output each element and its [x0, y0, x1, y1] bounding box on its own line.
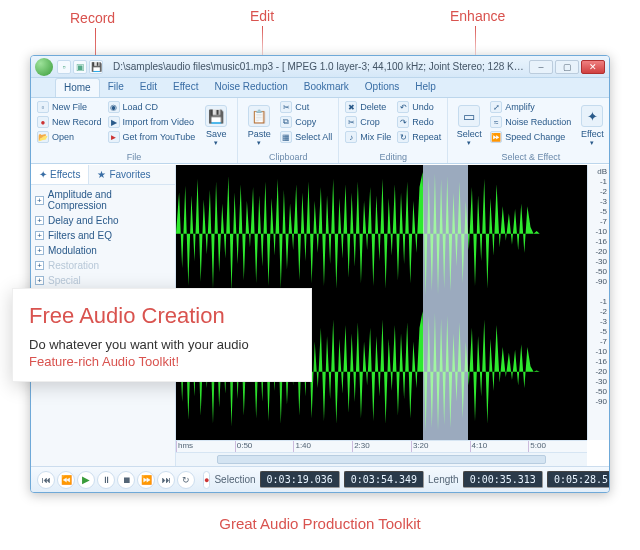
stop-button[interactable]: ⏹	[117, 471, 135, 489]
tree-item[interactable]: +Amplitude and Compression	[31, 187, 175, 213]
ribbon-tabs: Home File Edit Effect Noise Reduction Bo…	[31, 78, 609, 98]
promo-callout: Free Audio Creation Do whatever you want…	[12, 288, 312, 382]
select-all-icon: ▦	[280, 131, 292, 143]
quick-access-toolbar: ▫ ▣ 💾	[57, 60, 103, 74]
app-window: ▫ ▣ 💾 D:\samples\audio files\music01.mp3…	[30, 55, 610, 493]
length-value-1: 0:00:35.313	[463, 471, 543, 488]
length-value-2: 0:05:28.516	[547, 471, 610, 488]
tab-help[interactable]: Help	[407, 78, 444, 97]
expand-icon[interactable]: +	[35, 276, 44, 285]
tree-item[interactable]: +Restoration	[31, 258, 175, 273]
sidebar-tab-favorites[interactable]: ★Favorites	[89, 165, 158, 184]
expand-icon[interactable]: +	[35, 216, 44, 225]
crop-button[interactable]: ✂Crop	[343, 115, 393, 129]
save-icon: 💾	[205, 105, 227, 127]
expand-icon[interactable]: +	[35, 231, 44, 240]
expand-icon[interactable]: +	[35, 246, 44, 255]
redo-button[interactable]: ↷Redo	[395, 115, 443, 129]
noise-reduction-button[interactable]: ≈Noise Reduction	[488, 115, 573, 129]
star-icon: ★	[97, 169, 106, 180]
tab-bookmark[interactable]: Bookmark	[296, 78, 357, 97]
tree-item[interactable]: +Modulation	[31, 243, 175, 258]
footer-caption: Great Audio Production Toolkit	[0, 515, 640, 532]
new-file-button[interactable]: ▫New File	[35, 100, 104, 114]
tab-home[interactable]: Home	[55, 78, 100, 97]
scrollbar-thumb[interactable]	[217, 455, 546, 464]
mix-file-button[interactable]: ♪Mix File	[343, 130, 393, 144]
transport-controls: ⏮ ⏪ ▶ ⏸ ⏹ ⏩ ⏭ ↻	[37, 471, 195, 489]
tab-noise-reduction[interactable]: Noise Reduction	[206, 78, 295, 97]
cut-icon: ✂	[280, 101, 292, 113]
app-orb-icon[interactable]	[35, 58, 53, 76]
youtube-icon: ►	[108, 131, 120, 143]
tab-file[interactable]: File	[100, 78, 132, 97]
speed-change-button[interactable]: ⏩Speed Change	[488, 130, 573, 144]
status-bar: ⏮ ⏪ ▶ ⏸ ⏹ ⏩ ⏭ ↻ ● Selection 0:03:19.036 …	[31, 466, 609, 492]
redo-icon: ↷	[397, 116, 409, 128]
callout-line1: Do whatever you want with your audio	[29, 337, 295, 352]
play-button[interactable]: ▶	[77, 471, 95, 489]
goto-start-button[interactable]: ⏮	[37, 471, 55, 489]
ribbon-group-file: ▫New File ●New Record 📂Open ◉Load CD ▶Im…	[31, 98, 238, 163]
callout-title: Free Audio Creation	[29, 303, 295, 329]
qat-open-icon[interactable]: ▣	[73, 60, 87, 74]
repeat-button[interactable]: ↻Repeat	[395, 130, 443, 144]
loop-button[interactable]: ↻	[177, 471, 195, 489]
folder-icon: 📂	[37, 131, 49, 143]
effect-button[interactable]: ✦Effect▾	[575, 100, 609, 152]
speed-icon: ⏩	[490, 131, 502, 143]
anno-enhance: Enhance	[450, 8, 505, 24]
get-youtube-button[interactable]: ►Get from YouTube	[106, 130, 198, 144]
anno-record: Record	[70, 10, 115, 26]
tab-effect[interactable]: Effect	[165, 78, 206, 97]
select-button[interactable]: ▭Select▾	[452, 100, 486, 152]
new-record-button[interactable]: ●New Record	[35, 115, 104, 129]
selection-end: 0:03:54.349	[344, 471, 424, 488]
rewind-button[interactable]: ⏪	[57, 471, 75, 489]
sidebar-tab-effects[interactable]: ✦Effects	[31, 165, 89, 184]
close-button[interactable]: ✕	[581, 60, 605, 74]
amplify-button[interactable]: ⤢Amplify	[488, 100, 573, 114]
amplify-icon: ⤢	[490, 101, 502, 113]
minimize-button[interactable]: –	[529, 60, 553, 74]
import-video-button[interactable]: ▶Import from Video	[106, 115, 198, 129]
ribbon: ▫New File ●New Record 📂Open ◉Load CD ▶Im…	[31, 98, 609, 164]
tree-item[interactable]: +Delay and Echo	[31, 213, 175, 228]
selection-start: 0:03:19.036	[260, 471, 340, 488]
expand-icon[interactable]: +	[35, 196, 44, 205]
mix-icon: ♪	[345, 131, 357, 143]
ribbon-group-editing: ✖Delete ✂Crop ♪Mix File ↶Undo ↷Redo ↻Rep…	[339, 98, 448, 163]
undo-icon: ↶	[397, 101, 409, 113]
time-ruler[interactable]: hms0:501:402:303:204:105:00	[176, 440, 587, 452]
paste-button[interactable]: 📋Paste▾	[242, 100, 276, 152]
titlebar: ▫ ▣ 💾 D:\samples\audio files\music01.mp3…	[31, 56, 609, 78]
crop-icon: ✂	[345, 116, 357, 128]
expand-icon[interactable]: +	[35, 261, 44, 270]
delete-button[interactable]: ✖Delete	[343, 100, 393, 114]
effect-icon: ✦	[581, 105, 603, 127]
maximize-button[interactable]: ▢	[555, 60, 579, 74]
tree-item[interactable]: +Filters and EQ	[31, 228, 175, 243]
select-icon: ▭	[458, 105, 480, 127]
load-cd-button[interactable]: ◉Load CD	[106, 100, 198, 114]
select-all-button[interactable]: ▦Select All	[278, 130, 334, 144]
undo-button[interactable]: ↶Undo	[395, 100, 443, 114]
goto-end-button[interactable]: ⏭	[157, 471, 175, 489]
tab-edit[interactable]: Edit	[132, 78, 165, 97]
cut-button[interactable]: ✂Cut	[278, 100, 334, 114]
forward-button[interactable]: ⏩	[137, 471, 155, 489]
qat-new-icon[interactable]: ▫	[57, 60, 71, 74]
pause-button[interactable]: ⏸	[97, 471, 115, 489]
horizontal-scrollbar[interactable]	[176, 452, 587, 466]
open-button[interactable]: 📂Open	[35, 130, 104, 144]
tab-options[interactable]: Options	[357, 78, 407, 97]
save-button[interactable]: 💾Save▾	[199, 100, 233, 152]
callout-line2: Feature-rich Audio Toolkit!	[29, 354, 295, 369]
copy-button[interactable]: ⧉Copy	[278, 115, 334, 129]
copy-icon: ⧉	[280, 116, 292, 128]
anno-edit: Edit	[250, 8, 274, 24]
tree-item[interactable]: +Special	[31, 273, 175, 288]
ribbon-group-clipboard: 📋Paste▾ ✂Cut ⧉Copy ▦Select All Clipboard	[238, 98, 339, 163]
qat-save-icon[interactable]: 💾	[89, 60, 103, 74]
record-button[interactable]: ●	[203, 471, 210, 489]
